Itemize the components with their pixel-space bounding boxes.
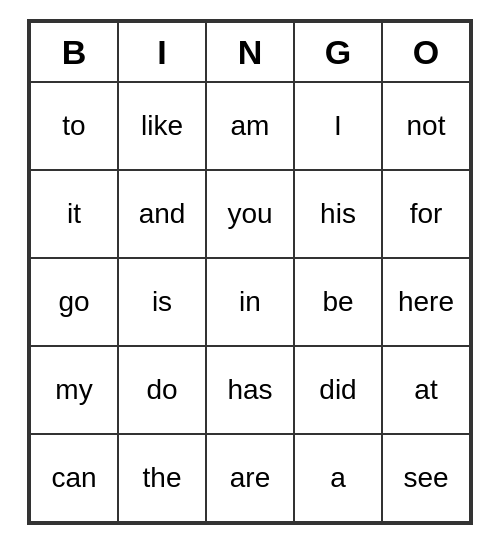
bingo-cell-r2-c1[interactable]: is <box>118 258 206 346</box>
bingo-cell-r1-c3[interactable]: his <box>294 170 382 258</box>
bingo-header-i: I <box>118 22 206 82</box>
bingo-cell-r2-c3[interactable]: be <box>294 258 382 346</box>
bingo-cell-r0-c0[interactable]: to <box>30 82 118 170</box>
bingo-cell-r4-c4[interactable]: see <box>382 434 470 522</box>
header-row: BINGO <box>30 22 470 82</box>
bingo-table: BINGO tolikeamInotitandyouhisforgoisinbe… <box>29 21 471 523</box>
bingo-cell-r4-c1[interactable]: the <box>118 434 206 522</box>
bingo-body: tolikeamInotitandyouhisforgoisinbeheremy… <box>30 82 470 522</box>
bingo-header-n: N <box>206 22 294 82</box>
bingo-row-2: goisinbehere <box>30 258 470 346</box>
bingo-header-b: B <box>30 22 118 82</box>
bingo-cell-r3-c0[interactable]: my <box>30 346 118 434</box>
bingo-header-o: O <box>382 22 470 82</box>
bingo-cell-r0-c1[interactable]: like <box>118 82 206 170</box>
bingo-cell-r1-c2[interactable]: you <box>206 170 294 258</box>
bingo-cell-r4-c3[interactable]: a <box>294 434 382 522</box>
bingo-cell-r0-c4[interactable]: not <box>382 82 470 170</box>
bingo-cell-r1-c4[interactable]: for <box>382 170 470 258</box>
bingo-cell-r3-c1[interactable]: do <box>118 346 206 434</box>
bingo-cell-r1-c1[interactable]: and <box>118 170 206 258</box>
bingo-row-0: tolikeamInot <box>30 82 470 170</box>
bingo-row-4: cantheareasee <box>30 434 470 522</box>
bingo-cell-r2-c0[interactable]: go <box>30 258 118 346</box>
bingo-cell-r2-c4[interactable]: here <box>382 258 470 346</box>
bingo-row-3: mydohasdidat <box>30 346 470 434</box>
bingo-cell-r3-c3[interactable]: did <box>294 346 382 434</box>
bingo-cell-r0-c2[interactable]: am <box>206 82 294 170</box>
bingo-cell-r1-c0[interactable]: it <box>30 170 118 258</box>
bingo-cell-r4-c2[interactable]: are <box>206 434 294 522</box>
bingo-header-g: G <box>294 22 382 82</box>
bingo-cell-r4-c0[interactable]: can <box>30 434 118 522</box>
bingo-row-1: itandyouhisfor <box>30 170 470 258</box>
bingo-cell-r0-c3[interactable]: I <box>294 82 382 170</box>
bingo-cell-r3-c2[interactable]: has <box>206 346 294 434</box>
bingo-cell-r2-c2[interactable]: in <box>206 258 294 346</box>
bingo-cell-r3-c4[interactable]: at <box>382 346 470 434</box>
bingo-card: BINGO tolikeamInotitandyouhisforgoisinbe… <box>27 19 473 525</box>
